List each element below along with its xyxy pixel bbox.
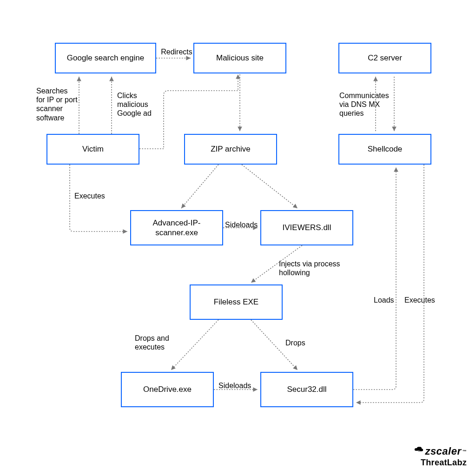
edge-label-executes2: Executes [404, 296, 435, 304]
edge-label-comm-dns: Communicates via DNS MX queries [339, 91, 389, 118]
node-c2-server: C2 server [338, 43, 431, 73]
node-label: Secur32.dll [287, 384, 326, 394]
node-label: Malicious site [216, 53, 264, 63]
edge-label-sideloads1: Sideloads [225, 220, 258, 229]
trademark-symbol: ™ [463, 449, 467, 454]
node-advanced-ip-scanner-exe: Advanced-IP- scanner.exe [130, 210, 223, 245]
cloud-swirl-icon [414, 445, 425, 458]
edge-label-sideloads2: Sideloads [218, 381, 251, 390]
node-victim: Victim [46, 134, 139, 165]
edge-label-clicks-ad: Clicks malicious Google ad [117, 91, 152, 118]
node-label: Advanced-IP- scanner.exe [133, 218, 220, 238]
brand-zscaler: zscaler ™ [414, 445, 467, 458]
node-label: Victim [82, 144, 104, 154]
edge-label-injects: Injects via process hollowing [279, 259, 340, 277]
brand-threatlabz: ThreatLabz [414, 458, 467, 468]
node-label: IVIEWERS.dll [283, 223, 331, 232]
node-label: Shellcode [368, 144, 403, 154]
node-label: OneDrive.exe [143, 384, 192, 394]
node-malicious-site: Malicious site [193, 43, 286, 73]
edge-label-drops: Drops [285, 338, 305, 347]
node-iviewers-dll: IVIEWERS.dll [260, 210, 353, 245]
node-shellcode: Shellcode [338, 134, 431, 165]
edge-label-loads: Loads [374, 296, 394, 304]
node-fileless-exe: Fileless EXE [190, 284, 283, 320]
node-label: Fileless EXE [214, 297, 258, 307]
node-label: C2 server [368, 53, 402, 63]
edge-label-redirects: Redirects [158, 47, 195, 56]
edge-label-drops-exec: Drops and executes [135, 334, 169, 351]
edge-label-searches: Searches for IP or port scanner software [36, 86, 78, 122]
node-onedrive-exe: OneDrive.exe [121, 372, 214, 407]
brand-lockup: zscaler ™ ThreatLabz [414, 445, 467, 468]
node-zip-archive: ZIP archive [184, 134, 277, 165]
brand-name: zscaler [425, 445, 461, 457]
node-label: ZIP archive [211, 144, 251, 154]
node-secur32-dll: Secur32.dll [260, 372, 353, 407]
node-label: Google search engine [67, 53, 144, 63]
edge-label-executes1: Executes [74, 192, 105, 200]
node-google-search: Google search engine [55, 43, 156, 73]
diagram-canvas: Google search engine Malicious site C2 s… [0, 0, 476, 476]
